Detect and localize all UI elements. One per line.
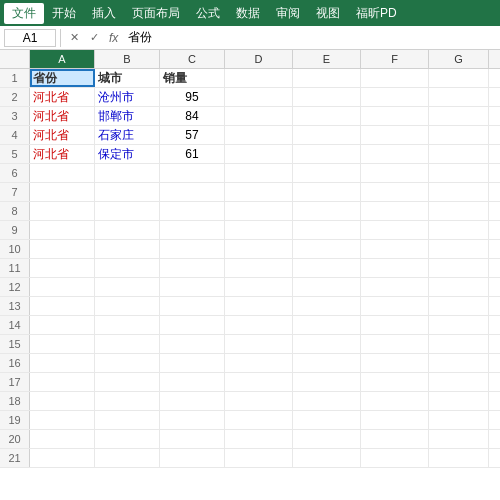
cell[interactable]	[95, 297, 160, 315]
cell[interactable]	[429, 411, 489, 429]
cell[interactable]	[361, 335, 429, 353]
cell[interactable]	[293, 240, 361, 258]
row-header[interactable]: 21	[0, 449, 30, 467]
cell[interactable]	[361, 411, 429, 429]
col-header-e[interactable]: E	[293, 50, 361, 68]
cell[interactable]	[293, 221, 361, 239]
cell[interactable]	[429, 202, 489, 220]
cell[interactable]	[225, 88, 293, 106]
cell[interactable]	[225, 164, 293, 182]
cell[interactable]	[225, 430, 293, 448]
cell[interactable]	[361, 107, 429, 125]
cell[interactable]	[160, 316, 225, 334]
cell[interactable]	[225, 278, 293, 296]
cell[interactable]	[95, 449, 160, 467]
row-header[interactable]: 10	[0, 240, 30, 258]
cell[interactable]	[361, 373, 429, 391]
cell[interactable]	[225, 202, 293, 220]
col-header-f[interactable]: F	[361, 50, 429, 68]
cell[interactable]	[95, 392, 160, 410]
cell[interactable]: 省份	[30, 69, 95, 87]
cell[interactable]	[225, 107, 293, 125]
cell[interactable]	[429, 259, 489, 277]
cell[interactable]: 95	[160, 88, 225, 106]
cell[interactable]	[30, 221, 95, 239]
cell[interactable]	[30, 259, 95, 277]
cell[interactable]	[293, 259, 361, 277]
cell[interactable]	[30, 278, 95, 296]
cell[interactable]	[361, 69, 429, 87]
cell[interactable]	[361, 202, 429, 220]
row-header[interactable]: 19	[0, 411, 30, 429]
cell[interactable]	[361, 354, 429, 372]
cell[interactable]	[429, 221, 489, 239]
cell[interactable]	[160, 411, 225, 429]
cell[interactable]	[361, 145, 429, 163]
cell[interactable]: 84	[160, 107, 225, 125]
cell[interactable]	[95, 278, 160, 296]
cell[interactable]	[225, 392, 293, 410]
row-header[interactable]: 2	[0, 88, 30, 106]
cell[interactable]: 61	[160, 145, 225, 163]
cell[interactable]	[429, 107, 489, 125]
cell[interactable]	[30, 373, 95, 391]
cell[interactable]	[225, 69, 293, 87]
row-header[interactable]: 3	[0, 107, 30, 125]
cell[interactable]	[30, 316, 95, 334]
cell[interactable]	[429, 297, 489, 315]
cell[interactable]	[225, 240, 293, 258]
cell[interactable]	[429, 392, 489, 410]
cell[interactable]	[225, 316, 293, 334]
row-header[interactable]: 5	[0, 145, 30, 163]
col-header-g[interactable]: G	[429, 50, 489, 68]
cell[interactable]	[429, 164, 489, 182]
cell[interactable]	[293, 335, 361, 353]
cell[interactable]	[293, 126, 361, 144]
cell[interactable]	[429, 449, 489, 467]
cell[interactable]	[160, 221, 225, 239]
cell[interactable]	[429, 278, 489, 296]
cell[interactable]: 河北省	[30, 88, 95, 106]
row-header[interactable]: 4	[0, 126, 30, 144]
cell[interactable]	[95, 221, 160, 239]
cell[interactable]	[361, 259, 429, 277]
cell[interactable]	[225, 259, 293, 277]
col-header-a[interactable]: A	[30, 50, 95, 68]
cell[interactable]	[361, 164, 429, 182]
col-header-c[interactable]: C	[160, 50, 225, 68]
menu-item-file[interactable]: 文件	[4, 3, 44, 24]
cell[interactable]	[30, 411, 95, 429]
cell[interactable]	[293, 316, 361, 334]
cell[interactable]	[30, 392, 95, 410]
menu-item-insert[interactable]: 插入	[84, 3, 124, 24]
cell[interactable]	[293, 164, 361, 182]
menu-item-start[interactable]: 开始	[44, 3, 84, 24]
row-header[interactable]: 15	[0, 335, 30, 353]
cell[interactable]	[293, 411, 361, 429]
cell[interactable]: 邯郸市	[95, 107, 160, 125]
cell[interactable]	[293, 145, 361, 163]
cell[interactable]	[429, 373, 489, 391]
cell[interactable]	[160, 297, 225, 315]
cell[interactable]	[361, 126, 429, 144]
col-header-b[interactable]: B	[95, 50, 160, 68]
row-header[interactable]: 20	[0, 430, 30, 448]
cell[interactable]	[361, 278, 429, 296]
cell[interactable]: 河北省	[30, 107, 95, 125]
cell[interactable]	[95, 202, 160, 220]
row-header[interactable]: 17	[0, 373, 30, 391]
cell[interactable]: 沧州市	[95, 88, 160, 106]
menu-item-foxit[interactable]: 福昕PD	[348, 3, 405, 24]
cell[interactable]	[361, 392, 429, 410]
cell[interactable]	[30, 449, 95, 467]
row-header[interactable]: 1	[0, 69, 30, 87]
cell[interactable]	[160, 354, 225, 372]
cell[interactable]	[293, 297, 361, 315]
cell[interactable]	[293, 392, 361, 410]
cell[interactable]	[160, 183, 225, 201]
row-header[interactable]: 16	[0, 354, 30, 372]
cell[interactable]	[293, 373, 361, 391]
row-header[interactable]: 9	[0, 221, 30, 239]
cell[interactable]	[160, 430, 225, 448]
cell[interactable]: 石家庄	[95, 126, 160, 144]
